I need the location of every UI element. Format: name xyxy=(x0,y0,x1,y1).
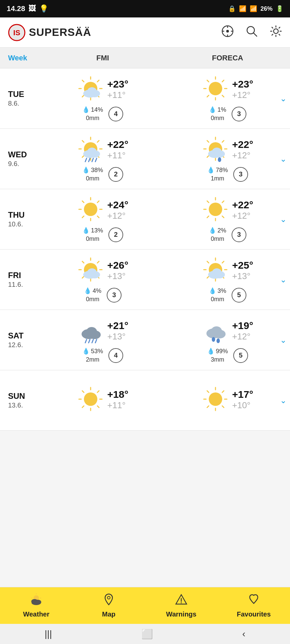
foreca-temp-high: +22° xyxy=(232,139,253,150)
fmi-forecast[interactable]: +21° +13° 💧 53% 2mm 4 xyxy=(40,315,165,365)
svg-line-109 xyxy=(85,339,87,343)
fmi-temp-low: +11° xyxy=(107,90,129,100)
foreca-wind: 3 xyxy=(232,107,246,121)
fmi-forecast[interactable]: +24° +12° 💧 13% 0mm 2 xyxy=(40,195,165,244)
fmi-precip-pct: 13% xyxy=(91,227,103,234)
status-battery-icon: 🔋 xyxy=(276,5,283,12)
foreca-temp-low: +12° xyxy=(232,150,253,161)
day-name: THU xyxy=(8,210,40,220)
svg-line-69 xyxy=(97,216,99,218)
svg-point-108 xyxy=(86,327,97,336)
nav-weather[interactable]: Weather xyxy=(0,587,72,624)
col-week: Week xyxy=(0,54,40,62)
day-info: THU 10.6. xyxy=(0,210,40,228)
foreca-forecast[interactable]: +25° +13° 💧 3% 0mm 5 ⌄ xyxy=(165,255,290,304)
day-date: 11.6. xyxy=(8,281,40,288)
location-icon[interactable] xyxy=(222,25,234,40)
fmi-forecast[interactable]: +23° +11° 💧 14% 0mm 4 xyxy=(40,74,165,123)
fmi-precip-mm: 0mm xyxy=(86,296,99,303)
svg-line-77 xyxy=(207,216,209,218)
foreca-forecast[interactable]: +22° +12° 💧 2% 0mm 3 ⌄ xyxy=(165,195,290,244)
weather-nav-icon xyxy=(29,593,43,608)
nav-map[interactable]: Map xyxy=(72,587,145,624)
svg-line-99 xyxy=(222,261,224,263)
svg-point-32 xyxy=(209,82,222,95)
android-back-btn[interactable]: ||| xyxy=(45,629,52,639)
foreca-precip-pct: 3% xyxy=(218,287,226,294)
status-mic-icon: 💡 xyxy=(39,4,48,13)
foreca-precip-mm: 1mm xyxy=(211,175,224,182)
svg-line-9 xyxy=(253,33,257,36)
col-fmi: FMI xyxy=(40,54,165,62)
expand-chevron[interactable]: ⌄ xyxy=(280,94,287,103)
expand-chevron[interactable]: ⌄ xyxy=(280,335,287,345)
foreca-forecast[interactable]: +17° +10° ⌄ xyxy=(165,384,290,417)
foreca-icon xyxy=(202,317,229,345)
status-time: 14.28 xyxy=(7,4,25,13)
svg-text:IS: IS xyxy=(13,29,20,37)
foreca-forecast[interactable]: +23° +12° 💧 1% 0mm 3 ⌄ xyxy=(165,74,290,123)
svg-point-3 xyxy=(226,30,229,33)
foreca-precip-mm: 3mm xyxy=(211,356,224,363)
fmi-precip-mm: 0mm xyxy=(86,175,99,182)
foreca-temp-low: +12° xyxy=(232,331,253,342)
svg-point-44 xyxy=(87,148,97,156)
tab-week[interactable]: Week xyxy=(8,54,27,62)
svg-point-143 xyxy=(32,600,41,605)
svg-line-16 xyxy=(82,80,84,82)
svg-line-76 xyxy=(222,201,224,203)
fmi-precip-pct: 38% xyxy=(91,167,103,174)
svg-point-135 xyxy=(209,392,222,406)
foreca-icon xyxy=(202,75,229,103)
svg-point-60 xyxy=(212,148,222,156)
fmi-temp-high: +22° xyxy=(107,139,129,150)
svg-point-92 xyxy=(87,268,97,276)
fmi-temp-high: +21° xyxy=(107,320,129,331)
svg-line-124 xyxy=(82,406,84,408)
foreca-forecast[interactable]: +19° +12° 💧 99% 3mm 5 ⌄ xyxy=(165,315,290,365)
expand-chevron[interactable]: ⌄ xyxy=(280,275,287,284)
expand-chevron[interactable]: ⌄ xyxy=(280,396,287,405)
svg-line-75 xyxy=(207,201,209,203)
fmi-forecast[interactable]: +22° +11° 💧 38% 0mm 2 xyxy=(40,134,165,183)
fmi-forecast[interactable]: +26° +13° 💧 4% 0mm 3 xyxy=(40,255,165,304)
svg-line-110 xyxy=(89,339,90,343)
expand-chevron[interactable]: ⌄ xyxy=(280,215,287,224)
foreca-precip-pct: 1% xyxy=(218,106,226,113)
svg-line-112 xyxy=(95,339,97,343)
settings-icon[interactable] xyxy=(270,25,282,40)
fmi-temp-low: +13° xyxy=(107,271,129,281)
day-name: SUN xyxy=(8,391,40,401)
svg-line-54 xyxy=(222,141,224,142)
foreca-temp-high: +22° xyxy=(232,199,253,211)
weather-row: THU 10.6. +24° +12° 💧 13% 0 xyxy=(0,189,290,250)
svg-line-132 xyxy=(222,391,224,392)
map-nav-icon xyxy=(103,593,115,608)
header: IS SUPERSÄÄ xyxy=(0,17,290,48)
svg-line-38 xyxy=(97,141,99,142)
foreca-temp-high: +23° xyxy=(232,78,253,90)
fmi-precip-mm: 0mm xyxy=(86,115,99,122)
svg-line-100 xyxy=(207,276,209,278)
svg-point-70 xyxy=(84,203,97,216)
svg-line-55 xyxy=(207,156,209,157)
day-name: SAT xyxy=(8,331,40,340)
status-battery: 26% xyxy=(260,5,273,12)
col-foreca: FORECA xyxy=(165,54,290,62)
foreca-forecast[interactable]: +22° +12° 💧 78% 1mm 3 ⌄ xyxy=(165,134,290,183)
svg-line-46 xyxy=(89,158,90,162)
foreca-wind: 5 xyxy=(232,288,246,303)
fmi-forecast[interactable]: +18° +11° xyxy=(40,384,165,417)
svg-line-66 xyxy=(82,201,84,203)
svg-point-116 xyxy=(212,337,215,342)
svg-line-85 xyxy=(82,261,84,263)
nav-warnings[interactable]: Warnings xyxy=(145,587,218,624)
svg-line-53 xyxy=(207,141,209,142)
expand-chevron[interactable]: ⌄ xyxy=(280,154,287,164)
nav-favourites[interactable]: Favourites xyxy=(218,587,290,624)
fmi-temp-high: +23° xyxy=(107,78,129,90)
android-home-btn[interactable]: ⬜ xyxy=(141,629,153,640)
day-date: 10.6. xyxy=(8,220,40,228)
android-recents-btn[interactable]: ‹ xyxy=(242,629,245,639)
search-icon[interactable] xyxy=(246,25,258,40)
